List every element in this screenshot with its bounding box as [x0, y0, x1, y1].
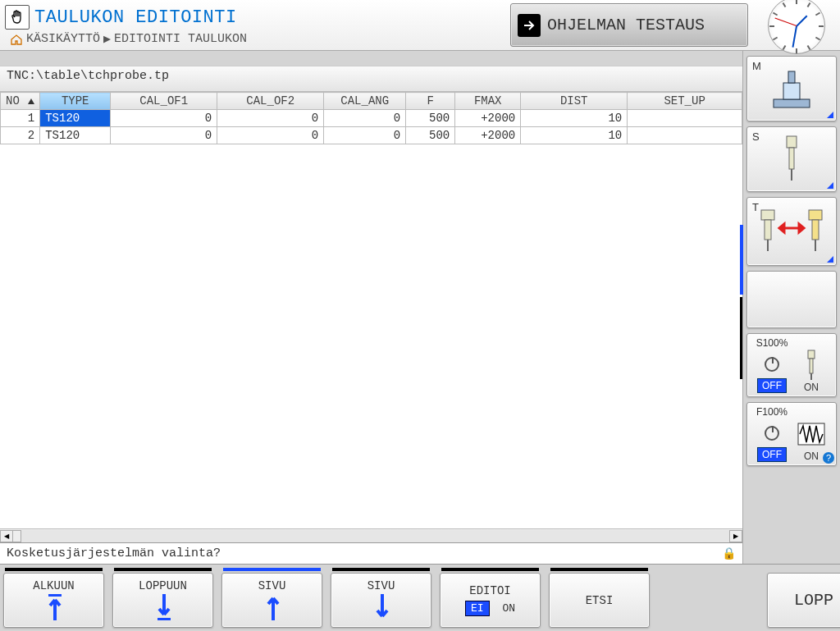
table-wrap[interactable]: NO TYPE CAL_OF1 CAL_OF2 CAL_ANG F FMAX D…	[0, 92, 742, 528]
sidebar-s-panel[interactable]: S	[746, 126, 837, 192]
f-on-label[interactable]: ON	[804, 450, 819, 462]
data-table[interactable]: NO TYPE CAL_OF1 CAL_OF2 CAL_ANG F FMAX D…	[0, 92, 742, 144]
svg-rect-7	[809, 210, 822, 220]
help-icon[interactable]: ?	[823, 452, 834, 464]
col-calang[interactable]: CAL_ANG	[324, 93, 406, 110]
sidebar-marker-blue	[740, 225, 743, 295]
svg-rect-11	[810, 359, 813, 373]
svg-rect-4	[789, 148, 794, 169]
panel-label: S	[752, 130, 760, 143]
svg-rect-13	[48, 594, 62, 597]
svg-rect-1	[783, 83, 800, 99]
sort-asc-icon	[28, 98, 34, 104]
svg-rect-0	[774, 99, 810, 107]
horizontal-scrollbar[interactable]: ◂ ▸	[0, 528, 742, 542]
scroll-thumb[interactable]	[13, 530, 21, 542]
spindle-small-icon	[801, 350, 821, 381]
softkey-alkuun[interactable]: ALKUUN	[3, 573, 104, 628]
arrow-down-icon	[374, 593, 389, 621]
dial-icon	[765, 426, 779, 441]
sk-label: SIVU	[368, 579, 395, 592]
table-header-row[interactable]: NO TYPE CAL_OF1 CAL_OF2 CAL_ANG F FMAX D…	[1, 93, 742, 110]
arrow-up-bar-icon	[47, 593, 62, 621]
status-bar: Kosketusjärjestelmän valinta? 🔒	[0, 542, 742, 564]
chevron-right-icon: ▶	[103, 31, 111, 47]
sidebar-m-panel[interactable]: M	[746, 56, 837, 121]
machine-icon	[767, 66, 816, 111]
clock-icon	[768, 0, 825, 54]
edit-toggle[interactable]: EI ON	[465, 601, 515, 616]
panel-label: M	[752, 60, 761, 72]
softkey-sivu-down[interactable]: SIVU	[331, 573, 431, 628]
sk-label: ALKUUN	[33, 579, 74, 592]
status-text: Kosketusjärjestelmän valinta?	[7, 546, 221, 560]
title-block: TAULUKON EDITOINTI KÄSIKÄYTTÖ ▶ EDITOINT…	[0, 0, 510, 50]
expand-icon	[827, 256, 833, 263]
main-area: TNC:\table\tchprobe.tp NO TYPE CAL_OF1 C…	[0, 51, 840, 564]
panel-label: T	[752, 201, 759, 213]
toggle-on[interactable]: ON	[503, 602, 516, 615]
file-path: TNC:\table\tchprobe.tp	[0, 66, 742, 92]
softkey-bar: ALKUUN LOPPUUN SIVU SIVU EDITOI EI ON	[0, 564, 840, 631]
sk-label: SIVU	[258, 579, 286, 592]
scroll-left-icon[interactable]: ◂	[0, 530, 13, 542]
tool-swap-icon	[755, 207, 829, 256]
sidebar-marker-black	[740, 297, 742, 379]
sk-label: EDITOI	[469, 584, 510, 597]
expand-icon	[827, 112, 833, 118]
softkey-loppuun[interactable]: LOPPUUN	[112, 573, 213, 628]
home-icon[interactable]	[10, 34, 23, 45]
s100-label: S100%	[756, 337, 788, 349]
col-dist[interactable]: DIST	[521, 93, 628, 110]
program-test-button[interactable]: OHJELMAN TESTAUS	[510, 3, 748, 47]
sidebar-s100-panel[interactable]: S100% OFF ON	[746, 333, 837, 397]
svg-rect-3	[787, 136, 797, 148]
manual-mode-icon[interactable]	[5, 5, 30, 30]
table-panel: TNC:\table\tchprobe.tp NO TYPE CAL_OF1 C…	[0, 51, 743, 564]
sidebar-t-panel[interactable]: T	[746, 197, 837, 266]
col-f[interactable]: F	[406, 93, 455, 110]
swap-icon	[518, 14, 541, 37]
clock-area	[753, 0, 840, 50]
feedrate-wave-icon	[797, 423, 825, 446]
lock-icon: 🔒	[722, 546, 736, 560]
col-no[interactable]: NO	[1, 93, 40, 110]
svg-rect-6	[765, 220, 771, 240]
col-calof2[interactable]: CAL_OF2	[217, 93, 324, 110]
sidebar-f100-panel[interactable]: F100% OFF ON ?	[746, 402, 837, 466]
sk-label: LOPPUUN	[139, 579, 187, 592]
svg-rect-10	[808, 350, 815, 359]
f-off-value[interactable]: OFF	[757, 447, 787, 462]
page-title: TAULUKON EDITOINTI	[34, 7, 237, 28]
col-calof1[interactable]: CAL_OF1	[111, 93, 217, 110]
col-fmax[interactable]: FMAX	[455, 93, 521, 110]
col-type[interactable]: TYPE	[40, 93, 111, 110]
arrow-up-icon	[265, 593, 280, 621]
sidebar-blank-panel[interactable]	[746, 271, 837, 328]
svg-rect-5	[761, 210, 774, 220]
softkey-sivu-up[interactable]: SIVU	[221, 573, 322, 628]
breadcrumb-item[interactable]: EDITOINTI TAULUKON	[114, 32, 247, 46]
sidebar: M S T	[743, 51, 840, 564]
table-row[interactable]: 2 TS120 0 0 0 500 +2000 10	[1, 127, 742, 144]
table-row[interactable]: 1 TS120 0 0 0 500 +2000 10	[1, 110, 742, 127]
breadcrumb-item[interactable]: KÄSIKÄYTTÖ	[26, 32, 100, 46]
arrow-down-bar-icon	[156, 593, 171, 621]
mode-label: OHJELMAN TESTAUS	[547, 16, 705, 34]
svg-rect-14	[158, 618, 171, 620]
softkey-editoi[interactable]: EDITOI EI ON	[440, 573, 541, 628]
scroll-right-icon[interactable]: ▸	[729, 530, 742, 542]
svg-rect-8	[812, 220, 819, 240]
toggle-off[interactable]: EI	[465, 601, 490, 616]
expand-icon	[827, 182, 833, 189]
s-off-value[interactable]: OFF	[757, 378, 787, 393]
svg-rect-2	[788, 71, 795, 83]
sk-label: LOPP	[794, 591, 833, 610]
softkey-etsi[interactable]: ETSI	[549, 573, 650, 628]
s-on-label[interactable]: ON	[804, 382, 819, 393]
col-setup[interactable]: SET_UP	[628, 93, 742, 110]
softkey-lopp[interactable]: LOPP	[767, 573, 840, 628]
sk-label: ETSI	[586, 594, 614, 607]
scroll-track[interactable]	[21, 530, 729, 542]
header-bar: TAULUKON EDITOINTI KÄSIKÄYTTÖ ▶ EDITOINT…	[0, 0, 840, 51]
